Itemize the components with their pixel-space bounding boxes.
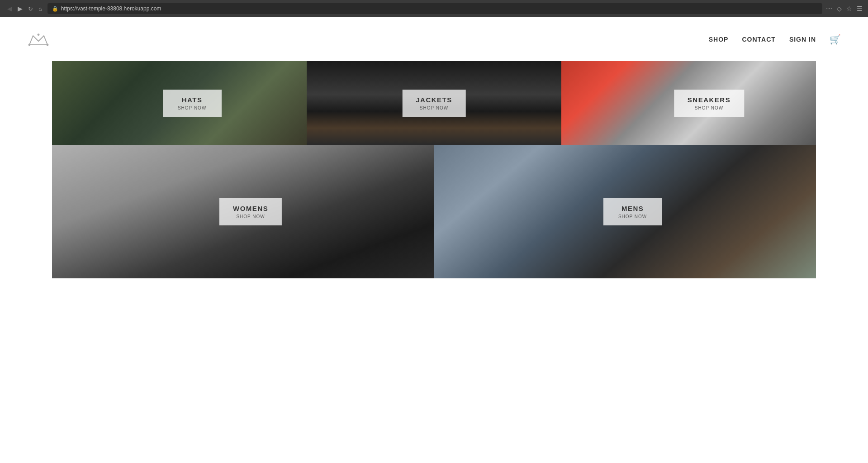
forward-button[interactable]: ▶ xyxy=(16,4,24,13)
sneakers-overlay: SNEAKERS SHOP NOW xyxy=(674,90,744,117)
url-text: https://vast-temple-83808.herokuapp.com xyxy=(61,5,161,12)
jackets-card[interactable]: JACKETS SHOP NOW xyxy=(307,61,561,145)
jackets-label: JACKETS xyxy=(416,96,452,104)
womens-card[interactable]: WOMENS SHOP NOW xyxy=(52,145,434,278)
lock-icon: 🔒 xyxy=(52,6,58,12)
hats-card[interactable]: HATS SHOP NOW xyxy=(52,61,307,145)
address-bar[interactable]: 🔒 https://vast-temple-83808.herokuapp.co… xyxy=(47,3,822,14)
jackets-overlay: JACKETS SHOP NOW xyxy=(402,90,466,117)
womens-label: WOMENS xyxy=(233,205,268,212)
home-button[interactable]: ⌂ xyxy=(37,5,44,13)
bookmark-icon: ◇ xyxy=(837,5,842,12)
browser-chrome: ◀ ▶ ↻ ⌂ 🔒 https://vast-temple-83808.hero… xyxy=(0,0,868,17)
svg-point-3 xyxy=(38,33,40,36)
star-icon: ☆ xyxy=(846,5,852,12)
hats-shop-now: SHOP NOW xyxy=(176,105,208,110)
extensions-icon: ⋯ xyxy=(826,5,832,12)
crown-icon xyxy=(27,30,50,48)
sneakers-label: SNEAKERS xyxy=(688,96,730,104)
browser-right-icons: ⋯ ◇ ☆ ☰ xyxy=(826,5,863,12)
womens-overlay: WOMENS SHOP NOW xyxy=(219,198,282,225)
menu-icon: ☰ xyxy=(857,5,863,12)
signin-nav-link[interactable]: SIGN IN xyxy=(789,36,816,43)
back-button[interactable]: ◀ xyxy=(5,4,14,13)
mens-shop-now: SHOP NOW xyxy=(617,214,649,219)
mens-label: MENS xyxy=(617,205,649,212)
cart-button[interactable]: 🛒 xyxy=(830,34,841,45)
bottom-row: WOMENS SHOP NOW MENS SHOP NOW xyxy=(52,145,816,278)
sneakers-card[interactable]: SNEAKERS SHOP NOW xyxy=(561,61,816,145)
product-grid: HATS SHOP NOW JACKETS SHOP NOW SNEAKERS … xyxy=(0,61,868,296)
hats-label: HATS xyxy=(176,96,208,104)
womens-shop-now: SHOP NOW xyxy=(233,214,268,219)
mens-card[interactable]: MENS SHOP NOW xyxy=(434,145,816,278)
shop-nav-link[interactable]: SHOP xyxy=(709,36,729,43)
hats-overlay: HATS SHOP NOW xyxy=(163,90,222,117)
logo[interactable] xyxy=(27,30,50,48)
svg-marker-0 xyxy=(29,36,47,45)
mens-overlay: MENS SHOP NOW xyxy=(603,198,662,225)
navbar: SHOP CONTACT SIGN IN 🛒 xyxy=(0,17,868,61)
top-row: HATS SHOP NOW JACKETS SHOP NOW SNEAKERS … xyxy=(52,61,816,145)
refresh-button[interactable]: ↻ xyxy=(26,5,35,13)
website-container: SHOP CONTACT SIGN IN 🛒 HATS SHOP NOW xyxy=(0,17,868,463)
nav-links: SHOP CONTACT SIGN IN 🛒 xyxy=(709,34,841,45)
sneakers-shop-now: SHOP NOW xyxy=(688,105,730,110)
jackets-shop-now: SHOP NOW xyxy=(416,105,452,110)
contact-nav-link[interactable]: CONTACT xyxy=(742,36,775,43)
browser-nav-buttons: ◀ ▶ ↻ ⌂ xyxy=(5,4,44,13)
